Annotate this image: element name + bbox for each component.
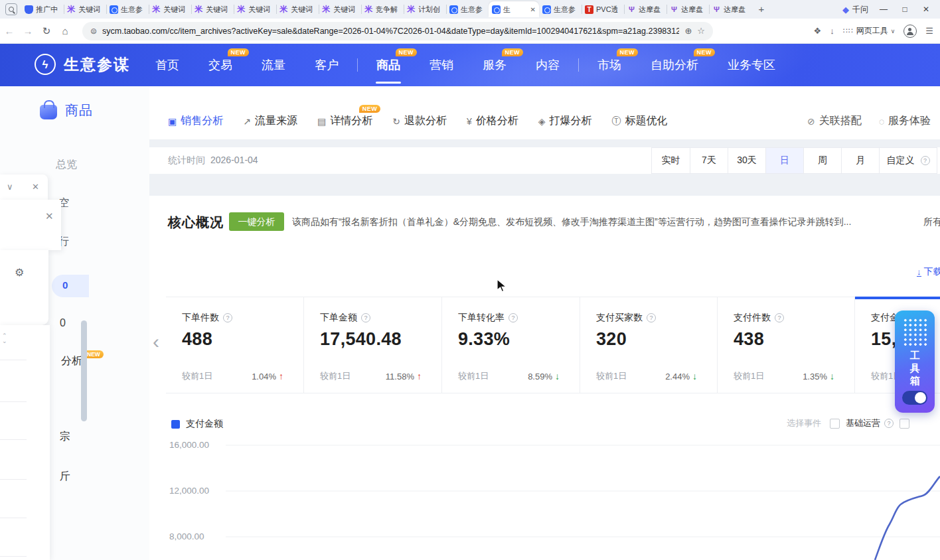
help-icon[interactable]: ?: [647, 313, 656, 322]
browser-tab[interactable]: 米关键词: [64, 1, 106, 17]
brand[interactable]: ϟ 生意参谋: [35, 54, 130, 75]
nav-item-营销[interactable]: 营销: [422, 57, 461, 73]
help-icon[interactable]: ?: [223, 313, 232, 322]
extensions-icon[interactable]: ❖: [814, 26, 822, 36]
browser-tab[interactable]: 米关键词: [276, 1, 319, 17]
stepper-icons[interactable]: ⌃⌄: [2, 333, 7, 344]
metric-card-下单金额[interactable]: 下单金额?17,540.48较前1日11.58%↑: [304, 297, 442, 393]
browser-tab[interactable]: 米关键词: [234, 1, 276, 17]
range-button-日[interactable]: 日: [765, 148, 803, 173]
range-button-周[interactable]: 周: [803, 148, 841, 173]
metric-card-支付买家数[interactable]: 支付买家数?320较前1日2.44%↓: [580, 297, 718, 393]
chevron-down-icon[interactable]: ∨: [7, 182, 13, 192]
profile-avatar[interactable]: [903, 25, 917, 38]
maximize-button[interactable]: □: [899, 5, 911, 14]
help-icon[interactable]: ?: [509, 313, 518, 322]
help-icon[interactable]: ?: [884, 419, 894, 428]
browser-tab[interactable]: 米竞争解: [361, 1, 404, 17]
url-text[interactable]: sycm.taobao.com/cc/item_archives?activeK…: [102, 27, 679, 36]
range-button-月[interactable]: 月: [841, 148, 879, 173]
browser-tab[interactable]: 推广中: [21, 1, 64, 17]
close-icon[interactable]: ✕: [32, 182, 39, 192]
browser-tab[interactable]: 生意参: [446, 1, 489, 17]
browser-tab[interactable]: 生意参: [106, 1, 149, 17]
nav-item-客户[interactable]: 客户: [307, 57, 346, 73]
browser-tab[interactable]: 米计划创: [404, 1, 446, 17]
help-icon[interactable]: ?: [775, 313, 784, 322]
site-settings-icon[interactable]: ⊜: [90, 27, 97, 36]
reload-icon[interactable]: ↻: [37, 25, 56, 37]
sidebar-scrollbar[interactable]: [81, 320, 87, 421]
range-button-自定义[interactable]: 自定义?: [879, 148, 937, 173]
subnav-link-关联搭配[interactable]: ⊘关联搭配: [807, 114, 862, 128]
tab-search-icon[interactable]: [5, 3, 17, 15]
gear-icon[interactable]: ⚙: [15, 266, 24, 279]
browser-tab[interactable]: 生意参: [539, 1, 582, 17]
subnav-link-服务体验[interactable]: ◌服务体验: [879, 114, 931, 128]
download-link[interactable]: ↓ 下载: [917, 266, 940, 278]
subnav-tab-打爆分析[interactable]: ◈打爆分析: [538, 114, 592, 128]
browser-tab[interactable]: 米关键词: [191, 1, 234, 17]
sidebar-item-fragment[interactable]: 宗: [60, 430, 70, 444]
sidebar-item-fragment[interactable]: 0: [60, 317, 66, 329]
metric-card-下单件数[interactable]: 下单件数?488较前1日1.04%↑: [166, 297, 304, 393]
help-icon[interactable]: ?: [361, 313, 370, 322]
sidebar-item-overview[interactable]: 总览: [56, 158, 77, 172]
nav-item-市场[interactable]: 市场NEW: [590, 57, 629, 73]
event-checkbox[interactable]: [830, 419, 840, 429]
toolbox-widget[interactable]: 工具箱: [895, 311, 935, 413]
nav-item-业务专区[interactable]: 业务专区: [720, 57, 783, 73]
subnav-tab-流量来源[interactable]: ↗流量来源: [243, 114, 297, 128]
tab-close-icon[interactable]: ✕: [530, 6, 536, 13]
event-checkbox[interactable]: [900, 419, 909, 429]
nav-item-服务[interactable]: 服务NEW: [475, 57, 514, 73]
close-button[interactable]: ✕: [920, 5, 932, 14]
browser-tab[interactable]: Ψ达摩盘: [624, 1, 666, 17]
metric-card-支付件数[interactable]: 支付件数?438较前1日1.35%↓: [718, 297, 855, 393]
range-button-实时[interactable]: 实时: [652, 148, 690, 173]
chart-legend[interactable]: 支付金额: [171, 418, 223, 430]
range-button-7天[interactable]: 7天: [690, 148, 728, 173]
close-icon[interactable]: ✕: [45, 210, 54, 222]
downloads-icon[interactable]: ↓: [830, 26, 834, 36]
browser-tab[interactable]: Ψ达摩盘: [666, 1, 709, 17]
back-icon[interactable]: ←: [0, 25, 19, 36]
one-click-analyze-button[interactable]: 一键分析: [229, 212, 284, 231]
subnav-tab-价格分析[interactable]: ¥价格分析: [467, 114, 518, 128]
minimize-button[interactable]: —: [878, 5, 890, 14]
assistant-button[interactable]: ◆ 千问: [842, 4, 868, 15]
nav-item-内容[interactable]: 内容: [528, 57, 567, 73]
nav-item-首页[interactable]: 首页: [148, 57, 187, 73]
sidebar-item-fragment[interactable]: 斤: [60, 470, 70, 484]
metric-card-下单转化率[interactable]: 下单转化率?9.33%较前1日8.59%↓: [442, 297, 580, 393]
sidebar-active-item[interactable]: 0: [52, 275, 89, 297]
browser-tab[interactable]: 米关键词: [319, 1, 361, 17]
browser-tab[interactable]: Ψ达摩盘: [709, 1, 751, 17]
subnav-tab-退款分析[interactable]: ↻退款分析: [392, 114, 447, 128]
nav-item-自助分析[interactable]: 自助分析NEW: [643, 57, 706, 73]
web-tools-menu[interactable]: ∷∷ 网页工具 ∨: [843, 25, 896, 36]
home-icon[interactable]: ⌂: [56, 25, 74, 36]
toolbox-toggle[interactable]: [902, 391, 927, 405]
range-button-30天[interactable]: 30天: [728, 148, 765, 173]
payment-trend-chart[interactable]: [226, 435, 940, 560]
subnav-right-links: ⊘关联搭配◌服务体验: [807, 114, 931, 128]
nav-item-交易[interactable]: 交易NEW: [201, 57, 240, 73]
browser-menu-icon[interactable]: ☰: [925, 26, 933, 36]
browser-tab[interactable]: TPVC透: [582, 1, 624, 17]
browser-tab[interactable]: 米关键词: [149, 1, 191, 17]
nav-item-流量[interactable]: 流量: [254, 57, 293, 73]
subnav-tab-标题优化[interactable]: Ⓣ标题优化: [612, 114, 668, 128]
new-tab-button[interactable]: +: [754, 2, 769, 17]
nav-item-商品[interactable]: 商品NEW: [369, 57, 408, 73]
cards-scroll-left-icon[interactable]: ‹: [153, 330, 159, 353]
browser-tab[interactable]: 生✕: [489, 1, 539, 17]
subnav-tab-详情分析[interactable]: ▤详情分析NEW: [317, 114, 372, 128]
overview-right-text[interactable]: 所有: [923, 216, 940, 228]
subnav-tab-销售分析[interactable]: ▣销售分析: [168, 114, 223, 128]
sidebar-item-analysis[interactable]: 分析: [61, 354, 82, 368]
address-bar[interactable]: ⊜ sycm.taobao.com/cc/item_archives?activ…: [82, 22, 713, 40]
zoom-icon[interactable]: ⊕: [684, 26, 692, 36]
bookmark-star-icon[interactable]: ☆: [697, 26, 705, 36]
forward-icon[interactable]: →: [19, 25, 37, 36]
